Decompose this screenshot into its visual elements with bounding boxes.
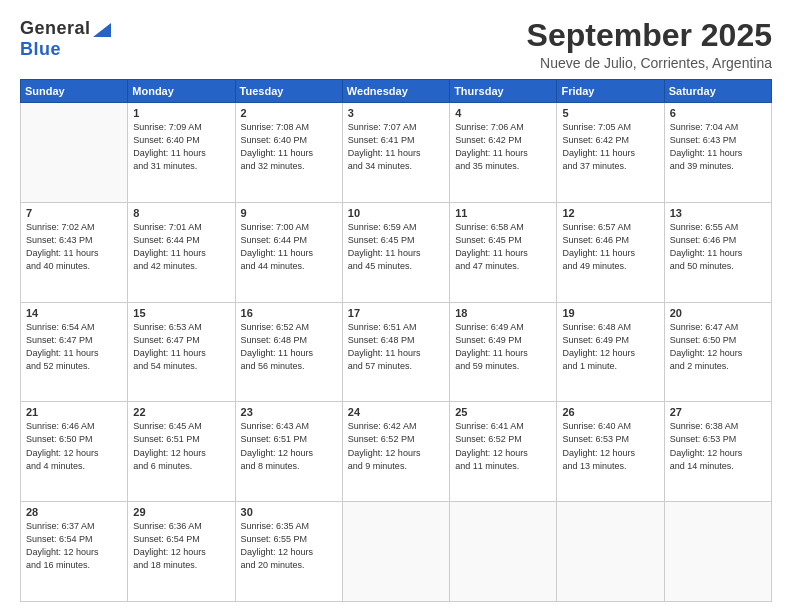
col-tuesday: Tuesday xyxy=(235,80,342,103)
col-saturday: Saturday xyxy=(664,80,771,103)
day-number: 10 xyxy=(348,207,444,219)
table-row: 13Sunrise: 6:55 AM Sunset: 6:46 PM Dayli… xyxy=(664,202,771,302)
day-number: 20 xyxy=(670,307,766,319)
logo: General Blue xyxy=(20,18,111,60)
day-number: 3 xyxy=(348,107,444,119)
calendar-header-row: Sunday Monday Tuesday Wednesday Thursday… xyxy=(21,80,772,103)
table-row: 5Sunrise: 7:05 AM Sunset: 6:42 PM Daylig… xyxy=(557,103,664,203)
day-number: 28 xyxy=(26,506,122,518)
day-info: Sunrise: 7:09 AM Sunset: 6:40 PM Dayligh… xyxy=(133,121,229,173)
header: General Blue September 2025 Nueve de Jul… xyxy=(20,18,772,71)
table-row: 1Sunrise: 7:09 AM Sunset: 6:40 PM Daylig… xyxy=(128,103,235,203)
table-row xyxy=(21,103,128,203)
table-row: 2Sunrise: 7:08 AM Sunset: 6:40 PM Daylig… xyxy=(235,103,342,203)
table-row: 14Sunrise: 6:54 AM Sunset: 6:47 PM Dayli… xyxy=(21,302,128,402)
table-row: 17Sunrise: 6:51 AM Sunset: 6:48 PM Dayli… xyxy=(342,302,449,402)
table-row: 30Sunrise: 6:35 AM Sunset: 6:55 PM Dayli… xyxy=(235,502,342,602)
day-number: 30 xyxy=(241,506,337,518)
day-info: Sunrise: 7:02 AM Sunset: 6:43 PM Dayligh… xyxy=(26,221,122,273)
day-number: 26 xyxy=(562,406,658,418)
table-row: 10Sunrise: 6:59 AM Sunset: 6:45 PM Dayli… xyxy=(342,202,449,302)
day-info: Sunrise: 7:08 AM Sunset: 6:40 PM Dayligh… xyxy=(241,121,337,173)
table-row: 19Sunrise: 6:48 AM Sunset: 6:49 PM Dayli… xyxy=(557,302,664,402)
table-row: 22Sunrise: 6:45 AM Sunset: 6:51 PM Dayli… xyxy=(128,402,235,502)
day-info: Sunrise: 6:51 AM Sunset: 6:48 PM Dayligh… xyxy=(348,321,444,373)
day-number: 1 xyxy=(133,107,229,119)
day-info: Sunrise: 7:00 AM Sunset: 6:44 PM Dayligh… xyxy=(241,221,337,273)
day-info: Sunrise: 6:54 AM Sunset: 6:47 PM Dayligh… xyxy=(26,321,122,373)
day-number: 19 xyxy=(562,307,658,319)
title-block: September 2025 Nueve de Julio, Corriente… xyxy=(527,18,772,71)
day-number: 2 xyxy=(241,107,337,119)
day-number: 23 xyxy=(241,406,337,418)
day-info: Sunrise: 6:47 AM Sunset: 6:50 PM Dayligh… xyxy=(670,321,766,373)
table-row xyxy=(342,502,449,602)
table-row: 24Sunrise: 6:42 AM Sunset: 6:52 PM Dayli… xyxy=(342,402,449,502)
day-number: 5 xyxy=(562,107,658,119)
day-number: 14 xyxy=(26,307,122,319)
day-info: Sunrise: 6:40 AM Sunset: 6:53 PM Dayligh… xyxy=(562,420,658,472)
day-info: Sunrise: 6:53 AM Sunset: 6:47 PM Dayligh… xyxy=(133,321,229,373)
day-number: 15 xyxy=(133,307,229,319)
day-info: Sunrise: 6:45 AM Sunset: 6:51 PM Dayligh… xyxy=(133,420,229,472)
table-row: 21Sunrise: 6:46 AM Sunset: 6:50 PM Dayli… xyxy=(21,402,128,502)
table-row: 16Sunrise: 6:52 AM Sunset: 6:48 PM Dayli… xyxy=(235,302,342,402)
table-row: 6Sunrise: 7:04 AM Sunset: 6:43 PM Daylig… xyxy=(664,103,771,203)
col-sunday: Sunday xyxy=(21,80,128,103)
day-info: Sunrise: 6:59 AM Sunset: 6:45 PM Dayligh… xyxy=(348,221,444,273)
svg-marker-0 xyxy=(93,23,111,37)
day-info: Sunrise: 6:55 AM Sunset: 6:46 PM Dayligh… xyxy=(670,221,766,273)
day-info: Sunrise: 7:07 AM Sunset: 6:41 PM Dayligh… xyxy=(348,121,444,173)
table-row: 8Sunrise: 7:01 AM Sunset: 6:44 PM Daylig… xyxy=(128,202,235,302)
col-monday: Monday xyxy=(128,80,235,103)
logo-blue-text: Blue xyxy=(20,39,61,59)
table-row: 23Sunrise: 6:43 AM Sunset: 6:51 PM Dayli… xyxy=(235,402,342,502)
day-number: 16 xyxy=(241,307,337,319)
day-info: Sunrise: 6:48 AM Sunset: 6:49 PM Dayligh… xyxy=(562,321,658,373)
table-row: 9Sunrise: 7:00 AM Sunset: 6:44 PM Daylig… xyxy=(235,202,342,302)
table-row: 15Sunrise: 6:53 AM Sunset: 6:47 PM Dayli… xyxy=(128,302,235,402)
table-row: 4Sunrise: 7:06 AM Sunset: 6:42 PM Daylig… xyxy=(450,103,557,203)
day-info: Sunrise: 6:42 AM Sunset: 6:52 PM Dayligh… xyxy=(348,420,444,472)
day-number: 27 xyxy=(670,406,766,418)
location-title: Nueve de Julio, Corrientes, Argentina xyxy=(527,55,772,71)
table-row: 27Sunrise: 6:38 AM Sunset: 6:53 PM Dayli… xyxy=(664,402,771,502)
day-number: 25 xyxy=(455,406,551,418)
table-row: 11Sunrise: 6:58 AM Sunset: 6:45 PM Dayli… xyxy=(450,202,557,302)
table-row: 29Sunrise: 6:36 AM Sunset: 6:54 PM Dayli… xyxy=(128,502,235,602)
table-row: 7Sunrise: 7:02 AM Sunset: 6:43 PM Daylig… xyxy=(21,202,128,302)
day-number: 24 xyxy=(348,406,444,418)
calendar: Sunday Monday Tuesday Wednesday Thursday… xyxy=(20,79,772,602)
table-row: 3Sunrise: 7:07 AM Sunset: 6:41 PM Daylig… xyxy=(342,103,449,203)
day-info: Sunrise: 7:01 AM Sunset: 6:44 PM Dayligh… xyxy=(133,221,229,273)
day-info: Sunrise: 7:06 AM Sunset: 6:42 PM Dayligh… xyxy=(455,121,551,173)
table-row: 25Sunrise: 6:41 AM Sunset: 6:52 PM Dayli… xyxy=(450,402,557,502)
day-info: Sunrise: 6:46 AM Sunset: 6:50 PM Dayligh… xyxy=(26,420,122,472)
day-number: 22 xyxy=(133,406,229,418)
day-number: 13 xyxy=(670,207,766,219)
table-row: 28Sunrise: 6:37 AM Sunset: 6:54 PM Dayli… xyxy=(21,502,128,602)
day-info: Sunrise: 6:49 AM Sunset: 6:49 PM Dayligh… xyxy=(455,321,551,373)
day-info: Sunrise: 6:36 AM Sunset: 6:54 PM Dayligh… xyxy=(133,520,229,572)
col-thursday: Thursday xyxy=(450,80,557,103)
day-number: 11 xyxy=(455,207,551,219)
day-info: Sunrise: 6:57 AM Sunset: 6:46 PM Dayligh… xyxy=(562,221,658,273)
day-number: 17 xyxy=(348,307,444,319)
logo-general-text: General xyxy=(20,18,91,39)
day-number: 9 xyxy=(241,207,337,219)
logo-arrow-icon xyxy=(93,23,111,37)
day-number: 6 xyxy=(670,107,766,119)
day-info: Sunrise: 6:37 AM Sunset: 6:54 PM Dayligh… xyxy=(26,520,122,572)
day-number: 29 xyxy=(133,506,229,518)
day-info: Sunrise: 7:05 AM Sunset: 6:42 PM Dayligh… xyxy=(562,121,658,173)
day-number: 18 xyxy=(455,307,551,319)
day-number: 7 xyxy=(26,207,122,219)
table-row: 12Sunrise: 6:57 AM Sunset: 6:46 PM Dayli… xyxy=(557,202,664,302)
table-row: 18Sunrise: 6:49 AM Sunset: 6:49 PM Dayli… xyxy=(450,302,557,402)
day-info: Sunrise: 6:43 AM Sunset: 6:51 PM Dayligh… xyxy=(241,420,337,472)
day-info: Sunrise: 6:38 AM Sunset: 6:53 PM Dayligh… xyxy=(670,420,766,472)
page: General Blue September 2025 Nueve de Jul… xyxy=(0,0,792,612)
day-info: Sunrise: 6:41 AM Sunset: 6:52 PM Dayligh… xyxy=(455,420,551,472)
col-friday: Friday xyxy=(557,80,664,103)
table-row: 26Sunrise: 6:40 AM Sunset: 6:53 PM Dayli… xyxy=(557,402,664,502)
